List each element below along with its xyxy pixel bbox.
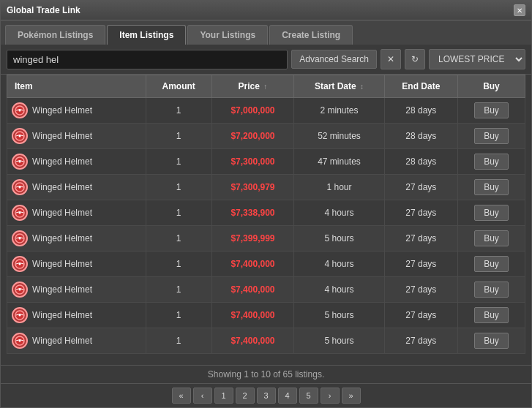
start-sort-arrow: ↕ bbox=[360, 83, 364, 91]
table-row: Winged Helmet 1$7,338,9004 hours27 daysB… bbox=[7, 200, 525, 226]
page-button[interactable]: 4 bbox=[278, 388, 297, 404]
sort-select[interactable]: LOWEST PRICE HIGHEST PRICE NEWEST FIRST … bbox=[429, 49, 525, 69]
price-value: $7,399,999 bbox=[231, 233, 274, 243]
item-icon bbox=[12, 333, 28, 349]
tab-bar: Pokémon Listings Item Listings Your List… bbox=[1, 20, 531, 45]
cell-buy: Buy bbox=[457, 252, 525, 277]
header-buy: Buy bbox=[457, 75, 525, 98]
cell-amount: 1 bbox=[146, 303, 211, 328]
buy-button[interactable]: Buy bbox=[474, 179, 509, 195]
buy-button[interactable]: Buy bbox=[474, 333, 509, 349]
cell-item: Winged Helmet bbox=[7, 328, 146, 354]
page-button[interactable]: 1 bbox=[214, 388, 233, 404]
page-button[interactable]: 5 bbox=[299, 388, 318, 404]
table-header-row: Item Amount Price ↑ Start Date ↕ End Dat bbox=[7, 75, 525, 98]
cell-item: Winged Helmet bbox=[7, 226, 146, 252]
buy-button[interactable]: Buy bbox=[474, 102, 509, 118]
cell-start-date: 2 minutes bbox=[294, 98, 384, 124]
item-name: Winged Helmet bbox=[32, 105, 92, 116]
cell-price: $7,400,000 bbox=[211, 252, 294, 277]
page-button[interactable]: » bbox=[342, 388, 361, 404]
price-value: $7,400,000 bbox=[231, 310, 274, 320]
clear-icon[interactable]: ✕ bbox=[381, 49, 401, 69]
cell-amount: 1 bbox=[146, 98, 211, 124]
item-icon bbox=[12, 179, 28, 195]
svg-point-5 bbox=[19, 161, 21, 163]
table-row: Winged Helmet 1$7,200,00052 minutes28 da… bbox=[7, 124, 525, 149]
cell-end-date: 28 days bbox=[384, 124, 457, 149]
cell-item: Winged Helmet bbox=[7, 149, 146, 175]
cell-price: $7,300,979 bbox=[211, 175, 294, 200]
tab-pokemon-listings[interactable]: Pokémon Listings bbox=[5, 25, 105, 45]
tab-your-listings[interactable]: Your Listings bbox=[187, 25, 268, 45]
cell-price: $7,338,900 bbox=[211, 200, 294, 226]
item-name: Winged Helmet bbox=[32, 336, 92, 346]
advanced-search-button[interactable]: Advanced Search bbox=[291, 50, 377, 69]
svg-point-19 bbox=[19, 340, 21, 342]
close-button[interactable]: ✕ bbox=[514, 4, 525, 16]
svg-point-11 bbox=[19, 238, 21, 240]
refresh-icon[interactable]: ↻ bbox=[405, 49, 425, 69]
cell-end-date: 27 days bbox=[384, 277, 457, 303]
tab-create-listing[interactable]: Create Listing bbox=[269, 25, 353, 45]
price-value: $7,300,000 bbox=[231, 156, 274, 167]
table-row: Winged Helmet 1$7,399,9995 hours27 daysB… bbox=[7, 226, 525, 252]
page-button[interactable]: « bbox=[172, 388, 191, 404]
cell-price: $7,399,999 bbox=[211, 226, 294, 252]
cell-start-date: 4 hours bbox=[294, 277, 384, 303]
cell-buy: Buy bbox=[457, 98, 525, 124]
buy-button[interactable]: Buy bbox=[474, 256, 509, 272]
cell-start-date: 4 hours bbox=[294, 200, 384, 226]
table-row: Winged Helmet 1$7,300,9791 hour27 daysBu… bbox=[7, 175, 525, 200]
cell-start-date: 47 minutes bbox=[294, 149, 384, 175]
header-start-date[interactable]: Start Date ↕ bbox=[294, 75, 384, 98]
cell-item: Winged Helmet bbox=[7, 252, 146, 277]
cell-amount: 1 bbox=[146, 328, 211, 354]
cell-price: $7,400,000 bbox=[211, 303, 294, 328]
cell-amount: 1 bbox=[146, 226, 211, 252]
header-price[interactable]: Price ↑ bbox=[211, 75, 294, 98]
tab-item-listings[interactable]: Item Listings bbox=[107, 25, 186, 45]
item-name: Winged Helmet bbox=[32, 208, 92, 218]
cell-end-date: 27 days bbox=[384, 328, 457, 354]
cell-item: Winged Helmet bbox=[7, 124, 146, 149]
page-button[interactable]: 3 bbox=[257, 388, 276, 404]
item-icon bbox=[12, 256, 28, 272]
search-input[interactable] bbox=[7, 50, 288, 69]
page-button[interactable]: ‹ bbox=[193, 388, 212, 404]
cell-buy: Buy bbox=[457, 328, 525, 354]
cell-buy: Buy bbox=[457, 175, 525, 200]
cell-price: $7,400,000 bbox=[211, 277, 294, 303]
item-name: Winged Helmet bbox=[32, 310, 92, 320]
page-button[interactable]: › bbox=[321, 388, 340, 404]
cell-item: Winged Helmet bbox=[7, 303, 146, 328]
item-icon bbox=[12, 307, 28, 323]
table-container: Item Amount Price ↑ Start Date ↕ End Dat bbox=[1, 75, 531, 365]
cell-item: Winged Helmet bbox=[7, 175, 146, 200]
window-title: Global Trade Link bbox=[7, 5, 80, 15]
title-bar: Global Trade Link ✕ bbox=[1, 1, 531, 20]
table-row: Winged Helmet 1$7,400,0004 hours27 daysB… bbox=[7, 252, 525, 277]
cell-end-date: 27 days bbox=[384, 252, 457, 277]
buy-button[interactable]: Buy bbox=[474, 307, 509, 323]
item-icon bbox=[12, 205, 28, 221]
svg-point-17 bbox=[19, 314, 21, 317]
buy-button[interactable]: Buy bbox=[474, 128, 509, 144]
cell-start-date: 5 hours bbox=[294, 328, 384, 354]
buy-button[interactable]: Buy bbox=[474, 205, 509, 221]
cell-buy: Buy bbox=[457, 149, 525, 175]
page-button[interactable]: 2 bbox=[236, 388, 255, 404]
table-body: Winged Helmet 1$7,000,0002 minutes28 day… bbox=[7, 98, 525, 354]
svg-point-13 bbox=[19, 263, 21, 265]
item-icon bbox=[12, 230, 28, 246]
buy-button[interactable]: Buy bbox=[474, 282, 509, 298]
price-value: $7,400,000 bbox=[231, 336, 274, 346]
buy-button[interactable]: Buy bbox=[474, 230, 509, 246]
cell-buy: Buy bbox=[457, 277, 525, 303]
cell-end-date: 27 days bbox=[384, 200, 457, 226]
cell-price: $7,400,000 bbox=[211, 328, 294, 354]
cell-end-date: 27 days bbox=[384, 175, 457, 200]
header-item[interactable]: Item bbox=[7, 75, 146, 98]
svg-point-7 bbox=[19, 186, 21, 189]
buy-button[interactable]: Buy bbox=[474, 154, 509, 170]
